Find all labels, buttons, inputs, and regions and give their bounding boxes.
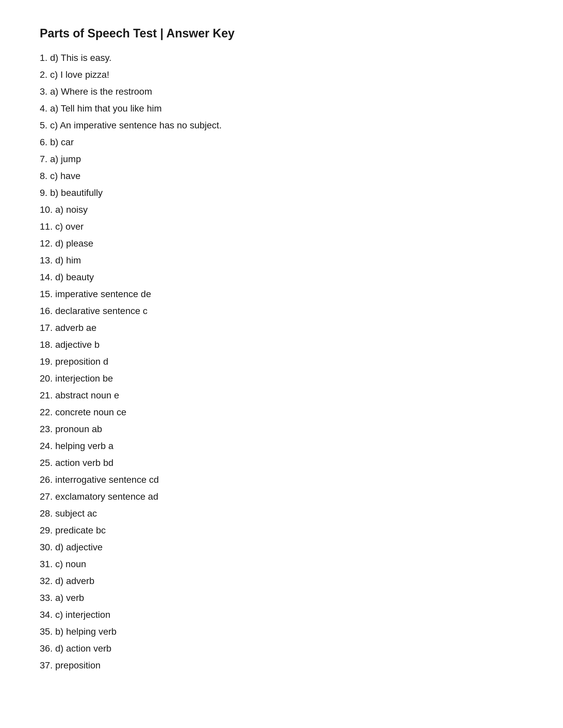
list-item: 34. c) interjection <box>40 607 523 623</box>
list-item: 24. helping verb a <box>40 438 523 454</box>
list-item: 26. interrogative sentence cd <box>40 472 523 488</box>
list-item: 23. pronoun ab <box>40 421 523 437</box>
list-item: 3. a) Where is the restroom <box>40 83 523 100</box>
list-item: 36. d) action verb <box>40 640 523 657</box>
list-item: 16. declarative sentence c <box>40 303 523 319</box>
list-item: 35. b) helping verb <box>40 623 523 640</box>
list-item: 33. a) verb <box>40 590 523 606</box>
list-item: 7. a) jump <box>40 151 523 167</box>
list-item: 28. subject ac <box>40 505 523 522</box>
list-item: 1. d) This is easy. <box>40 50 523 66</box>
list-item: 5. c) An imperative sentence has no subj… <box>40 117 523 133</box>
list-item: 29. predicate bc <box>40 522 523 538</box>
list-item: 13. d) him <box>40 252 523 268</box>
list-item: 9. b) beautifully <box>40 185 523 201</box>
answer-list: 1. d) This is easy.2. c) I love pizza!3.… <box>40 50 523 673</box>
list-item: 18. adjective b <box>40 337 523 353</box>
list-item: 25. action verb bd <box>40 455 523 471</box>
page-title: Parts of Speech Test | Answer Key <box>40 26 523 40</box>
list-item: 31. c) noun <box>40 556 523 572</box>
list-item: 21. abstract noun e <box>40 387 523 403</box>
list-item: 15. imperative sentence de <box>40 286 523 302</box>
list-item: 22. concrete noun ce <box>40 404 523 420</box>
list-item: 37. preposition <box>40 657 523 673</box>
list-item: 11. c) over <box>40 218 523 235</box>
list-item: 32. d) adverb <box>40 573 523 589</box>
list-item: 14. d) beauty <box>40 269 523 285</box>
list-item: 19. preposition d <box>40 353 523 370</box>
list-item: 10. a) noisy <box>40 202 523 218</box>
list-item: 8. c) have <box>40 168 523 184</box>
list-item: 20. interjection be <box>40 370 523 387</box>
list-item: 30. d) adjective <box>40 539 523 555</box>
list-item: 2. c) I love pizza! <box>40 67 523 83</box>
list-item: 4. a) Tell him that you like him <box>40 100 523 116</box>
list-item: 6. b) car <box>40 134 523 150</box>
list-item: 12. d) please <box>40 235 523 251</box>
list-item: 17. adverb ae <box>40 320 523 336</box>
list-item: 27. exclamatory sentence ad <box>40 488 523 505</box>
